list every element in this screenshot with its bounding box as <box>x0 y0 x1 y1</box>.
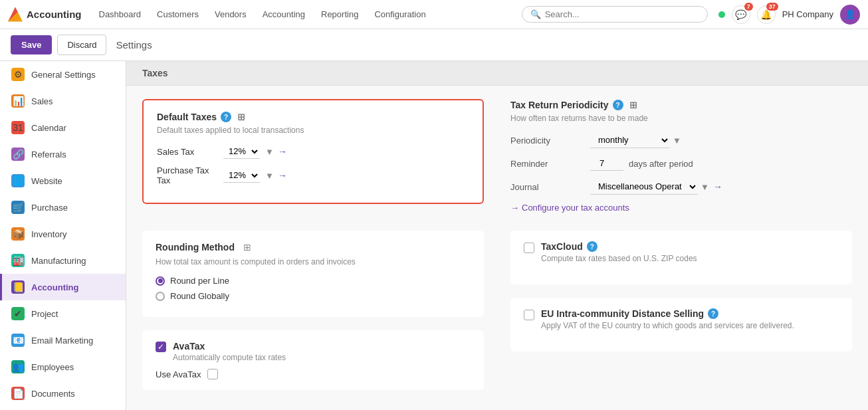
avatax-checkbox[interactable]: ✓ <box>156 342 166 352</box>
taxcloud-section: TaxCloud ? Compute tax rates based on U.… <box>510 231 852 284</box>
purchase-tax-link-icon[interactable]: → <box>278 170 287 181</box>
eu-intra-desc: Apply VAT of the EU country to which goo… <box>541 321 794 330</box>
round-per-line-radio[interactable] <box>156 276 165 286</box>
taxcloud-text: TaxCloud ? Compute tax rates based on U.… <box>541 241 697 263</box>
tax-return-desc: How often tax returns have to be made <box>510 114 852 123</box>
rounding-section: Rounding Method ⊞ How total tax amount i… <box>142 231 484 317</box>
toolbar-title: Settings <box>116 39 152 51</box>
rounding-grid-icon[interactable]: ⊞ <box>241 241 253 253</box>
periodicity-dropdown-icon[interactable]: ▼ <box>673 136 681 146</box>
reminder-input[interactable] <box>590 156 623 171</box>
sales-tax-controls: ▼ → <box>265 146 287 157</box>
search-input[interactable] <box>545 9 699 19</box>
content-area: Default Taxes ? ⊞ Default taxes applied … <box>126 86 868 410</box>
calendar-icon: 31 <box>11 121 25 134</box>
round-globally-row[interactable]: Round Globally <box>156 291 471 301</box>
eu-intra-title: EU Intra-community Distance Selling ? <box>541 308 794 319</box>
sales-icon: 📊 <box>11 94 25 108</box>
journal-link-icon[interactable]: → <box>713 181 722 192</box>
taxcloud-title: TaxCloud ? <box>541 241 697 252</box>
eu-intra-checkbox[interactable] <box>524 310 534 320</box>
nav-customers[interactable]: Customers <box>150 7 205 22</box>
website-icon: 🌐 <box>11 174 25 187</box>
rounding-desc: How total tax amount is computed in orde… <box>156 257 471 266</box>
sidebar-item-website[interactable]: 🌐 Website <box>0 167 126 194</box>
documents-icon: 📄 <box>11 387 25 400</box>
periodicity-select[interactable]: monthly quarterly annually <box>590 132 670 148</box>
round-per-line-row[interactable]: Round per Line <box>156 276 471 286</box>
taxcloud-checkbox[interactable] <box>524 243 534 253</box>
reminder-label: Reminder <box>510 159 590 169</box>
default-taxes-info-icon[interactable]: ? <box>221 112 231 122</box>
purchase-tax-select[interactable]: 12% 15% 20% <box>223 168 260 183</box>
email-icon: 📧 <box>11 334 25 347</box>
accounting-icon: 📒 <box>11 280 25 294</box>
search-bar: 🔍 <box>522 6 708 23</box>
company-name[interactable]: PH Company <box>782 9 833 19</box>
tax-return-grid-icon[interactable]: ⊞ <box>627 99 639 111</box>
default-taxes-title: Default Taxes ? ⊞ <box>157 111 469 123</box>
nav-reporting[interactable]: Reporting <box>314 7 365 22</box>
nav-accounting[interactable]: Accounting <box>256 7 312 22</box>
sidebar-item-documents[interactable]: 📄 Documents <box>0 380 126 407</box>
use-avatax-checkbox[interactable] <box>207 369 218 379</box>
sidebar-label-employees: Employees <box>31 362 74 372</box>
journal-row: Journal Miscellaneous Operat ▼ → <box>510 179 852 195</box>
eu-intra-info-icon[interactable]: ? <box>708 308 718 319</box>
manufacturing-icon: 🏭 <box>11 254 25 267</box>
discard-button[interactable]: Discard <box>57 35 106 55</box>
rounding-title: Rounding Method <box>156 242 235 253</box>
sidebar-item-calendar[interactable]: 31 Calendar <box>0 114 126 141</box>
purchase-tax-row: Purchase TaxTax 12% 15% 20% ▼ → <box>157 165 469 185</box>
sidebar-item-employees[interactable]: 👥 Employees <box>0 354 126 380</box>
tax-return-col: Tax Return Periodicity ? ⊞ How often tax… <box>510 99 852 215</box>
sidebar-item-referrals[interactable]: 🔗 Referrals <box>0 141 126 167</box>
purchase-tax-dropdown-icon[interactable]: ▼ <box>265 171 274 181</box>
nav-vendors[interactable]: Vendors <box>208 7 253 22</box>
journal-select[interactable]: Miscellaneous Operat <box>590 179 698 195</box>
sales-tax-dropdown-icon[interactable]: ▼ <box>265 147 274 157</box>
configure-tax-accounts-link[interactable]: → Configure your tax accounts <box>510 203 852 213</box>
sidebar-item-email-marketing[interactable]: 📧 Email Marketing <box>0 327 126 354</box>
sales-tax-select[interactable]: 12% 15% 20% <box>223 144 260 159</box>
sidebar-item-sales[interactable]: 📊 Sales <box>0 88 126 114</box>
eu-intra-row: EU Intra-community Distance Selling ? Ap… <box>524 308 839 330</box>
messages-button[interactable]: 💬 7 <box>732 5 750 24</box>
save-button[interactable]: Save <box>11 35 52 54</box>
avatax-section: ✓ AvaTax Automatically compute tax rates… <box>142 330 484 390</box>
sidebar-item-accounting[interactable]: 📒 Accounting <box>0 274 126 300</box>
default-taxes-grid-icon[interactable]: ⊞ <box>235 111 247 123</box>
sidebar-item-manufacturing[interactable]: 🏭 Manufacturing <box>0 247 126 274</box>
eu-intra-text: EU Intra-community Distance Selling ? Ap… <box>541 308 794 330</box>
tax-return-info-icon[interactable]: ? <box>613 100 623 110</box>
avatar[interactable]: 👤 <box>840 5 860 25</box>
sidebar-item-general[interactable]: ⚙ General Settings <box>0 61 126 88</box>
sidebar-item-inventory[interactable]: 📦 Inventory <box>0 221 126 247</box>
sidebar-label-accounting: Accounting <box>31 282 79 292</box>
sidebar-label-sales: Sales <box>31 96 53 106</box>
configure-arrow-icon: → <box>510 203 519 213</box>
status-dot <box>718 11 725 18</box>
sales-tax-link-icon[interactable]: → <box>278 146 287 157</box>
round-globally-radio[interactable] <box>156 292 165 301</box>
nav-configuration[interactable]: Configuration <box>368 7 432 22</box>
alerts-button[interactable]: 🔔 37 <box>757 5 776 24</box>
taxcloud-info-icon[interactable]: ? <box>587 241 597 252</box>
referrals-icon: 🔗 <box>11 148 25 161</box>
sidebar-item-purchase[interactable]: 🛒 Purchase <box>0 194 126 221</box>
sidebar-label-general: General Settings <box>31 70 96 80</box>
sidebar-label-documents: Documents <box>31 389 75 399</box>
tax-return-title: Tax Return Periodicity ? ⊞ <box>510 99 852 111</box>
tax-return-section: Tax Return Periodicity ? ⊞ How often tax… <box>510 99 852 213</box>
journal-dropdown-icon[interactable]: ▼ <box>701 182 709 192</box>
rounding-row: Rounding Method ⊞ How total tax amount i… <box>142 231 852 403</box>
sales-tax-row: Sales Tax 12% 15% 20% ▼ → <box>157 144 469 159</box>
sidebar-item-project[interactable]: ✔ Project <box>0 300 126 327</box>
sidebar-label-email: Email Marketing <box>31 336 93 346</box>
brand[interactable]: Accounting <box>8 7 82 22</box>
sidebar-label-purchase: Purchase <box>31 203 68 213</box>
use-avatax-label: Use AvaTax <box>156 369 201 379</box>
taxcloud-desc: Compute tax rates based on U.S. ZIP code… <box>541 254 697 263</box>
nav-dashboard[interactable]: Dashboard <box>92 7 148 22</box>
sidebar-label-project: Project <box>31 309 58 319</box>
